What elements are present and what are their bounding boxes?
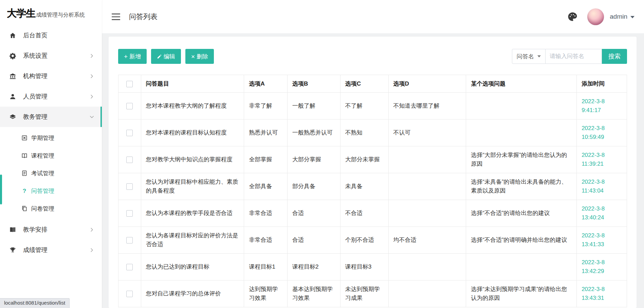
sidebar-menu: 后台首页系统设置机构管理人员管理教务管理学期管理课程管理考试管理?问答管理问卷管… [0,22,102,260]
button-label: 编辑 [164,53,175,60]
cell-option-a: 非常了解 [244,93,288,120]
cell-added-time: 2022-3-811:43:04 [577,173,627,200]
column-header: 选项B [287,75,340,93]
sidebar-item-system-settings[interactable]: 系统设置 [0,46,102,66]
cell-added-time: 2022-3-813:43:31 [577,280,627,307]
sidebar-subitem-exam[interactable]: 考试管理 [0,164,102,182]
cell-added-time: 2022-3-89:41:17 [577,93,627,120]
add-button[interactable]: +新增 [118,49,147,64]
cell-option-b: 合适 [287,227,340,254]
scroll-indicator[interactable] [0,175,2,204]
cell-checkbox [118,120,141,146]
delete-button[interactable]: ×删除 [185,49,214,64]
cell-question: 您对本课程的课程目标认知程度 [141,120,244,146]
username-text: admin [610,13,627,20]
filter-select[interactable]: 问答名 [512,49,546,64]
cell-option-c: 未达到预期学习成果 [340,280,388,307]
row-checkbox[interactable] [126,210,133,217]
row-checkbox[interactable] [126,103,133,109]
sidebar-item-academic[interactable]: 教务管理 [0,107,102,127]
row-checkbox[interactable] [126,264,133,270]
cell-option-b: 合适 [287,200,340,227]
cell-option-c: 大部分未掌握 [340,146,388,173]
sidebar-subitem-qa[interactable]: ?问答管理 [0,182,102,200]
user-menu[interactable]: admin [610,13,634,20]
sidebar-item-label: 机构管理 [23,72,48,80]
toolbar: +新增编辑×删除 问答名 搜索 [118,49,627,64]
browser-status-bar: localhost:8081/question/list [0,298,70,308]
sidebar-item-teaching-schedule[interactable]: 教学安排 [0,219,102,240]
menu-toggle-icon[interactable] [111,13,121,20]
cell-checkbox [118,227,141,254]
cell-option-b: 部分具备 [287,173,340,200]
cell-option-c: 课程目标3 [340,254,388,280]
table-row: 您认为本课程的教学手段是否合适非常合适合适不合适选择“不合适”的请给出您的建议2… [118,200,627,227]
cell-checkbox [118,254,141,280]
cell-option-b: 一般了解 [287,93,340,120]
edit-button[interactable]: 编辑 [151,49,181,64]
chevron-right-icon [89,227,94,232]
search-button[interactable]: 搜索 [602,49,627,64]
cell-extra-question [466,120,577,146]
table-row: 您对教学大纲中知识点的掌握程度全部掌握大部分掌握大部分未掌握选择“大部分未掌握”… [118,146,627,173]
cell-option-b: 课程目标2 [287,254,340,280]
chevron-right-icon [89,53,94,58]
cell-question: 您认为本课程的教学手段是否合适 [141,200,244,227]
cell-extra-question [466,93,577,120]
table-row: 您对本课程的课程目标认知程度熟悉并认可一般熟悉并认可不熟知不认可2022-3-8… [118,120,627,146]
cell-checkbox [118,173,141,200]
search-input[interactable] [546,49,602,64]
course-icon [21,152,27,159]
row-checkbox[interactable] [126,130,133,136]
table-row: 您对本课程教学大纲的了解程度非常了解一般了解不了解不知道去哪里了解2022-3-… [118,93,627,120]
cell-option-b: 基本达到预期学习效果 [287,280,340,307]
sidebar-subitem-label: 考试管理 [31,169,54,177]
row-checkbox[interactable] [126,157,133,163]
sidebar-subitem-semester[interactable]: 学期管理 [0,129,102,147]
cell-extra-question [466,254,577,280]
content: +新增编辑×删除 问答名 搜索 问答题目选 [102,33,644,308]
select-all-checkbox[interactable] [126,81,133,87]
sidebar-item-home[interactable]: 后台首页 [0,25,102,46]
submenu-academic: 学期管理课程管理考试管理?问答管理问卷管理 [0,127,102,219]
cell-option-a: 全部掌握 [244,146,288,173]
caret-down-icon [630,16,634,18]
cell-added-time: 2022-3-813:40:24 [577,200,627,227]
cell-option-c: 不合适 [340,200,388,227]
sidebar-subitem-survey[interactable]: 问卷管理 [0,200,102,217]
cell-option-a: 非常合适 [244,200,288,227]
cell-option-a: 课程目标1 [244,254,288,280]
gear-icon [9,52,16,59]
sidebar-item-personnel[interactable]: 人员管理 [0,86,102,107]
row-checkbox[interactable] [126,183,133,190]
trophy-icon [9,247,16,254]
cell-added-time: 2022-3-811:39:21 [577,146,627,173]
table-header-row: 问答题目选项A选项B选项C选项D某个选项问题添加时间 [118,75,627,93]
user-avatar[interactable] [587,8,604,25]
column-header: 某个选项问题 [466,75,577,93]
sidebar-subitem-course[interactable]: 课程管理 [0,147,102,164]
cell-checkbox [118,146,141,173]
row-checkbox[interactable] [126,291,133,297]
cell-question: 您认为对课程目标中相应能力、素质的具备程度 [141,173,244,200]
row-checkbox[interactable] [126,237,133,243]
bank-icon [9,73,16,80]
column-header: 选项A [244,75,288,93]
chevron-right-icon [89,114,94,120]
theme-palette-icon[interactable] [567,12,578,22]
cell-option-c: 不熟知 [340,120,388,146]
cell-question: 您认为各课程目标对应的评价方法是否合适 [141,227,244,254]
main-area: 问答列表 admin +新增编辑×删除 问答名 [102,0,644,308]
sidebar-item-organization[interactable]: 机构管理 [0,66,102,86]
cell-added-time: 2022-3-813:41:33 [577,227,627,254]
chevron-right-icon [89,74,94,79]
page-title: 问答列表 [129,12,158,21]
pencil-icon [157,54,162,59]
sidebar-subitem-label: 问卷管理 [31,205,54,213]
sidebar-item-grade[interactable]: 成绩管理 [0,240,102,260]
cell-option-d: 不认可 [388,120,466,146]
cell-option-c: 未具备 [340,173,388,200]
caret-down-icon [537,55,541,57]
cell-extra-question: 选择“未具备”的请给出未具备的能力、素质以及原因 [466,173,577,200]
sidebar-item-label: 教学安排 [23,225,48,234]
